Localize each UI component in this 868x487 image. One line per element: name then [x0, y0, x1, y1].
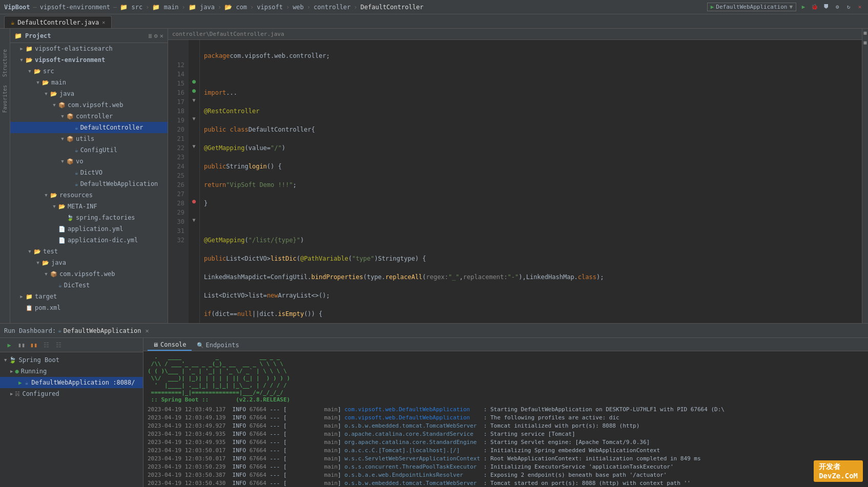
sidebar-item-application-yml[interactable]: ▶ 📄 application.yml: [10, 223, 168, 235]
code-content[interactable]: package com.vipsoft.web.controller; impo…: [200, 40, 862, 323]
sidebar-item-main[interactable]: ▼ 📂 main: [10, 77, 168, 88]
bottom-area: Run Dashboard: ☕ DefaultWebApplication ✕…: [0, 323, 868, 487]
sidebar-item-metainf[interactable]: ▼ 📂 META-INF: [10, 201, 168, 212]
settings-icon[interactable]: ⚙: [833, 3, 841, 11]
sidebar-item-controller-pkg[interactable]: ▼ 📦 controller: [10, 111, 168, 122]
run-stop-all-btn[interactable]: ▮▮: [16, 340, 27, 350]
sidebar-item-package-web-test[interactable]: ▼ 📦 com.vipsoft.web: [10, 268, 168, 280]
close-button[interactable]: ✕: [856, 3, 864, 11]
right-panel-btn1[interactable]: ■: [862, 31, 868, 36]
breadcrumb-src: 📁 src: [120, 4, 142, 11]
code-line-18: return "VipSoft Demo !!!";: [204, 180, 858, 189]
log-line-7: 2023-04-19 12:03:50.017 INFO 67664 --- […: [148, 455, 864, 463]
code-line-23: LinkedHashMap dict = ConfigUtil.bindProp…: [204, 272, 858, 282]
console-tab[interactable]: 🖥 Console: [148, 340, 192, 351]
tab-defaultcontroller[interactable]: ☕ DefaultController.java ✕: [4, 16, 112, 28]
run-tree-defaultwebapp[interactable]: ▶ ☕ DefaultWebApplication :8088/: [0, 377, 143, 388]
sidebar-item-utils-pkg[interactable]: ▼ 📦 utils: [10, 133, 168, 144]
breadcrumb-controller: controller: [314, 4, 350, 11]
tab-close-btn[interactable]: ✕: [102, 19, 105, 25]
sidebar-item-dictest[interactable]: ▶ ☕ DicTest: [10, 280, 168, 291]
code-line-19: }: [204, 199, 858, 208]
update-icon[interactable]: ↻: [844, 3, 853, 11]
structure-tab[interactable]: Structure: [2, 49, 8, 77]
fold-gutter-17[interactable]: ▼: [192, 97, 195, 103]
spring-banner: . ____ _ __ _ _ /\\ / ___'_ __ _ _(_)_ _…: [148, 353, 864, 404]
endpoints-icon: 🔍: [197, 342, 204, 349]
run-tree: ▼ 🍃 Spring Boot ▶ ● Running ▶ ☕ DefaultW…: [0, 352, 143, 401]
sidebar-item-vipsoft-environment[interactable]: ▼ 📂 vipsoft-environment: [10, 54, 168, 66]
configured-icon: ☵: [15, 391, 20, 397]
fold-gutter-19[interactable]: ▼: [192, 116, 195, 121]
run-pause-btn[interactable]: ▮▮: [29, 340, 39, 350]
run-tree-running[interactable]: ▶ ● Running: [0, 366, 143, 377]
fold-gutter-30[interactable]: ▼: [192, 217, 195, 223]
run-restart-btn[interactable]: ▶: [4, 340, 14, 350]
run-tree-configured[interactable]: ▶ ☵ Configured: [0, 388, 143, 399]
sidebar-item-dictvo[interactable]: ▶ ☕ DictVO: [10, 167, 168, 178]
sidebar-item-vipsoft-elasticsearch[interactable]: ▶ 📁 vipsoft-elasticsearch: [10, 43, 168, 54]
line-numbers: 12 14 15 16 17 18 19 20 21 22 23 24 25 2…: [168, 40, 189, 323]
sidebar-item-java-test[interactable]: ▼ 📂 java: [10, 257, 168, 268]
breadcrumb-file: DefaultController: [361, 4, 424, 11]
title-sep2: –: [113, 4, 117, 11]
sidebar-item-vo-pkg[interactable]: ▼ 📦 vo: [10, 156, 168, 167]
run-filter-btn[interactable]: ☷: [53, 340, 64, 350]
editor-breadcrumb: controller\DefaultController.java: [168, 29, 862, 40]
run-tab-close[interactable]: ✕: [146, 327, 149, 334]
console-label: Console: [160, 341, 187, 348]
run-grid-btn[interactable]: ☷: [41, 340, 51, 350]
running-label: Running: [21, 368, 47, 375]
code-line-25: if (dict == null || dict.isEmpty()) {: [204, 309, 858, 319]
run-config-selector[interactable]: ▶ DefaultWebApplication ▼: [707, 3, 796, 11]
favorites-tab[interactable]: Favorites: [2, 85, 8, 113]
springboot-icon: 🍃: [9, 356, 16, 364]
sidebar-item-package-web[interactable]: ▼ 📦 com.vipsoft.web: [10, 99, 168, 111]
run-tree-springboot[interactable]: ▼ 🍃 Spring Boot: [0, 354, 143, 366]
run-app-name: DefaultWebApplication: [64, 327, 141, 334]
run-dashboard: ▶ ▮▮ ▮▮ ☷ ☷ ▼ 🍃 Spring Boot ▶ ●: [0, 338, 868, 487]
run-button[interactable]: ▶: [799, 3, 808, 11]
code-line-1: package com.vipsoft.web.controller;: [204, 51, 858, 60]
endpoints-label: Endpoints: [206, 342, 239, 349]
code-line-20: [204, 217, 858, 226]
sidebar-item-pom-xml[interactable]: ▶ 📋 pom.xml: [10, 302, 168, 313]
sidebar-item-target[interactable]: ▶ 📁 target: [10, 291, 168, 302]
gear-icon[interactable]: ⚙: [154, 32, 158, 39]
endpoints-tab[interactable]: 🔍 Endpoints: [192, 340, 244, 351]
sidebar-item-defaultwebapp[interactable]: ▶ ☕ DefaultWebApplication: [10, 178, 168, 189]
sidebar-item-src[interactable]: ▼ 📂 src: [10, 66, 168, 77]
sidebar-item-resources[interactable]: ▼ 📂 resources: [10, 189, 168, 201]
close-sidebar-icon[interactable]: ✕: [160, 32, 163, 39]
run-app-icon: ☕: [58, 327, 61, 334]
project-icon: 📁: [14, 32, 22, 39]
sidebar-item-configutil[interactable]: ▶ ☕ ConfigUtil: [10, 144, 168, 156]
main-area: Structure Favorites 📁 Project ≣ ⚙ ✕ ▶ 📁 …: [0, 29, 868, 323]
console-output[interactable]: . ____ _ __ _ _ /\\ / ___'_ __ _ _(_)_ _…: [143, 351, 868, 487]
debug-button[interactable]: 🐞: [811, 3, 819, 11]
console-tabs: 🖥 Console 🔍 Endpoints: [143, 338, 868, 351]
collapse-all-icon[interactable]: ≣: [148, 32, 152, 39]
code-line-16: @GetMapping(value = "/"): [204, 143, 858, 153]
run-dashboard-label: Run Dashboard:: [4, 327, 56, 334]
springboot-label: Spring Boot: [18, 356, 59, 364]
code-line-14: @RestController: [204, 107, 858, 116]
dropdown-icon: ▼: [789, 4, 793, 10]
expand-arrow: ▼: [4, 357, 7, 363]
sidebar-item-spring-factories[interactable]: ▶ 🍃 spring.factories: [10, 212, 168, 223]
sidebar-item-defaultcontroller[interactable]: ▶ ☕ DefaultController: [10, 122, 168, 133]
fold-gutter-22[interactable]: ▼: [192, 143, 195, 149]
sidebar-item-application-dic-yml[interactable]: ▶ 📄 application-dic.yml: [10, 235, 168, 246]
run-config-icon: ▶: [711, 4, 714, 10]
sidebar-item-test[interactable]: ▼ 📂 test: [10, 246, 168, 257]
right-panel-btn2[interactable]: ■: [862, 40, 868, 46]
breadcrumb-web: web: [293, 4, 304, 11]
log-line-4: 2023-04-19 12:03:49.935 INFO 67664 --- […: [148, 430, 864, 438]
code-editor[interactable]: 12 14 15 16 17 18 19 20 21 22 23 24 25 2…: [168, 40, 862, 323]
run-gutter-16[interactable]: ●: [192, 87, 196, 94]
run-gutter-15[interactable]: ●: [192, 78, 196, 85]
editor-area: controller\DefaultController.java 12 14 …: [168, 29, 862, 323]
code-line-2: [204, 70, 858, 79]
sidebar-item-java[interactable]: ▼ 📂 java: [10, 88, 168, 99]
coverage-button[interactable]: ⛊: [822, 3, 830, 11]
